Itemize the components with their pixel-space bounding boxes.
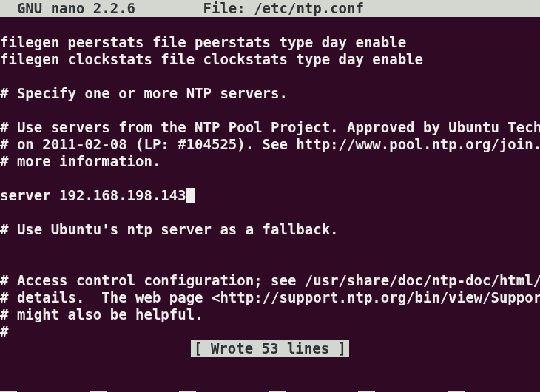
nano-titlebar: GNU nano 2.2.6 File: /etc/ntp.conf xyxy=(0,0,540,17)
line-text: # Specify one or more NTP servers. xyxy=(0,85,288,101)
line-text: # Use servers from the NTP Pool Project.… xyxy=(0,119,540,135)
editor-line[interactable]: filegen peerstats file peerstats type da… xyxy=(0,34,540,51)
editor-line[interactable]: # more information. xyxy=(0,153,540,170)
line-text: # might also be helpful. xyxy=(0,306,203,322)
shortcut-bar: ^G Get Help^O WriteOut^R Read Fil^Y Prev… xyxy=(0,357,540,392)
status-message: [ Wrote 53 lines ] xyxy=(191,340,349,357)
editor-line[interactable]: # Use Ubuntu's ntp server as a fallback. xyxy=(0,221,540,238)
line-text: # on 2011-02-08 (LP: #104525). See http:… xyxy=(0,136,540,152)
editor-line[interactable] xyxy=(0,68,540,85)
line-text: filegen peerstats file peerstats type da… xyxy=(0,34,406,50)
editor-line[interactable]: server 192.168.198.143 xyxy=(0,187,540,204)
line-text: # more information. xyxy=(0,153,161,169)
editor-line[interactable] xyxy=(0,255,540,272)
editor-line[interactable] xyxy=(0,170,540,187)
nano-file-label: File: /etc/ntp.conf xyxy=(203,0,364,16)
text-cursor xyxy=(186,188,195,203)
editor-line[interactable]: filegen clockstats file clockstats type … xyxy=(0,51,540,68)
line-text: # Use Ubuntu's ntp server as a fallback. xyxy=(0,221,339,237)
editor-line[interactable]: # Access control configuration; see /usr… xyxy=(0,272,540,289)
editor-line[interactable] xyxy=(0,17,540,34)
line-text: filegen clockstats file clockstats type … xyxy=(0,51,423,67)
line-text: # Access control configuration; see /usr… xyxy=(0,272,540,288)
line-text: server 192.168.198.143 xyxy=(0,187,186,203)
editor-line[interactable] xyxy=(0,102,540,119)
editor-line[interactable]: # details. The web page <http://support.… xyxy=(0,289,540,306)
editor-line[interactable]: # xyxy=(0,323,540,340)
line-text: # details. The web page <http://support.… xyxy=(0,289,540,305)
nano-app-name: GNU nano 2.2.6 xyxy=(0,0,135,16)
editor-line[interactable] xyxy=(0,204,540,221)
editor-line[interactable]: # Specify one or more NTP servers. xyxy=(0,85,540,102)
editor-line[interactable]: # on 2011-02-08 (LP: #104525). See http:… xyxy=(0,136,540,153)
editor-line[interactable]: # might also be helpful. xyxy=(0,306,540,323)
status-line: [ Wrote 53 lines ] xyxy=(0,340,540,357)
editor-line[interactable] xyxy=(0,238,540,255)
editor-content[interactable]: filegen peerstats file peerstats type da… xyxy=(0,17,540,340)
editor-line[interactable]: # Use servers from the NTP Pool Project.… xyxy=(0,119,540,136)
line-text: # xyxy=(0,323,8,339)
